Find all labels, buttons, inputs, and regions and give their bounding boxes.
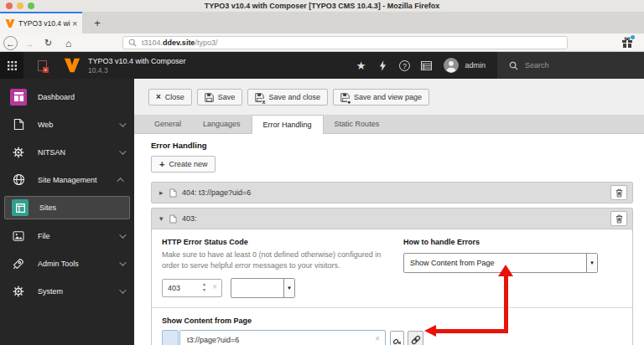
delete-403-button[interactable] — [610, 211, 627, 226]
save-icon — [205, 93, 214, 102]
tab-static-routes[interactable]: Static Routes — [324, 115, 391, 133]
topbar-search[interactable] — [497, 52, 644, 79]
field-help-text: Make sure to have at least 0 (not define… — [162, 250, 398, 271]
search-input[interactable] — [525, 61, 626, 70]
chevron-down-icon — [119, 231, 126, 238]
caret-right-icon[interactable]: ▸ — [159, 188, 169, 197]
eye-badge: ● — [347, 99, 351, 105]
document-icon — [10, 116, 27, 133]
sidebar-item-label: Admin Tools — [38, 260, 79, 268]
clear-field-icon[interactable]: × — [375, 334, 380, 343]
sidebar-item-dashboard[interactable]: Dashboard — [0, 83, 134, 111]
save-and-view-page-button[interactable]: ● Save and view page — [333, 89, 429, 106]
link-input[interactable] — [179, 330, 386, 345]
tab-error-handling[interactable]: Error Handling — [252, 115, 324, 134]
button-label: Create new — [169, 160, 207, 168]
sidebar-item-system[interactable]: System — [0, 277, 134, 305]
extension-badge — [631, 35, 635, 39]
forward-icon[interactable]: → — [23, 36, 37, 50]
sidebar-item-admin-tools[interactable]: Admin Tools — [0, 250, 134, 277]
button-label: Save and view page — [354, 93, 422, 101]
form-content: Error Handling + Create new ▸ 404: t3://… — [134, 134, 644, 345]
field-label: HTTP Error Status Code — [162, 238, 403, 246]
image-icon — [10, 228, 27, 245]
link-browser-button[interactable] — [408, 331, 423, 345]
module-menu-toggle-button[interactable] — [0, 52, 23, 79]
handle-errors-select[interactable]: Show Content from Page ▾ — [403, 253, 598, 273]
page-icon — [169, 214, 177, 224]
window-titlebar: TYPO3 v10.4 with Composer [TYPO3 CMS 10.… — [0, 0, 644, 12]
save-and-close-button[interactable]: x Save and close — [247, 89, 328, 106]
panel-header-403[interactable]: ▾ 403: — [152, 209, 632, 229]
tab-close-icon[interactable]: × — [72, 19, 77, 28]
extension-gift-icon[interactable] — [621, 37, 634, 49]
help-icon[interactable]: ? — [393, 60, 415, 71]
avatar — [444, 58, 459, 73]
delete-404-button[interactable] — [610, 185, 627, 200]
sidebar-item-file[interactable]: File — [0, 222, 134, 250]
sidebar-item-sites[interactable]: Sites — [4, 196, 130, 219]
back-icon[interactable]: ← — [3, 36, 18, 50]
status-code-select[interactable]: ▾ — [231, 278, 295, 298]
sidebar-item-label: System — [38, 287, 63, 296]
select-arrow-icon: ▾ — [283, 279, 294, 297]
tab-title: TYPO3 v10.4 with Composer — [18, 19, 70, 28]
grid-icon — [8, 61, 17, 70]
chevron-up-icon — [117, 178, 123, 184]
spinner-down-icon[interactable]: ▾ — [203, 287, 205, 293]
new-tab-button[interactable]: + — [87, 13, 107, 33]
site-name: TYPO3 v10.4 with Composer — [88, 57, 186, 65]
bookmark-star-icon[interactable]: ★ — [350, 59, 371, 72]
sidebar-item-label: Dashboard — [38, 93, 75, 101]
typo3-topbar: x TYPO3 v10.4 with Composer 10.4.3 ★ ? a… — [0, 52, 644, 79]
browser-tab[interactable]: TYPO3 v10.4 with Composer × — [0, 12, 82, 33]
unlink-icon — [392, 336, 402, 345]
http-error-status-field: HTTP Error Status Code Make sure to have… — [162, 238, 403, 298]
trash-icon — [615, 214, 623, 224]
home-icon[interactable]: ⌂ — [61, 36, 75, 50]
error-panel-404: ▸ 404: t3://page?uid=6 — [151, 182, 633, 203]
sidebar-item-label: Web — [38, 121, 53, 129]
sidebar-item-label: File — [38, 232, 50, 240]
link-icon — [411, 335, 421, 345]
save-button[interactable]: Save — [197, 89, 243, 106]
list-module-icon[interactable] — [415, 61, 437, 70]
sidebar-item-site-management[interactable]: Site Management — [0, 166, 134, 193]
close-icon: × — [156, 93, 161, 101]
url-path: /typo3/ — [195, 39, 217, 47]
url-bar[interactable]: t3104.ddev.site/typo3/ — [122, 36, 568, 49]
sidebar-item-label: NITSAN — [38, 148, 65, 157]
url-subdomain: t3104. — [142, 39, 163, 47]
sidebar-item-nitsan[interactable]: NITSAN — [0, 138, 134, 166]
link-indicator — [162, 330, 179, 345]
caret-down-icon[interactable]: ▾ — [159, 214, 169, 223]
gear-icon — [10, 144, 27, 161]
create-new-button[interactable]: + Create new — [151, 156, 216, 172]
spinner-up-icon[interactable]: ▴ — [203, 281, 205, 287]
chevron-down-icon — [119, 259, 126, 265]
clear-field-icon[interactable]: × — [212, 282, 217, 292]
sidebar-item-web[interactable]: Web — [0, 111, 134, 138]
status-code-input-wrap: ▴▾ × — [162, 279, 222, 297]
unlink-button[interactable] — [390, 331, 404, 345]
typo3-site-title: TYPO3 v10.4 with Composer 10.4.3 — [88, 57, 186, 75]
button-label: Save and close — [268, 93, 320, 101]
dashboard-icon — [10, 89, 27, 106]
number-spinner[interactable]: ▴▾ — [203, 281, 205, 293]
section-heading: Error Handling — [151, 141, 633, 150]
panel-body-403: HTTP Error Status Code Make sure to have… — [152, 229, 632, 345]
show-content-field: Show Content from Page × — [162, 308, 622, 345]
panel-header-404[interactable]: ▸ 404: t3://page?uid=6 — [152, 183, 632, 203]
button-label: Close — [165, 93, 184, 101]
tab-general[interactable]: General — [143, 115, 192, 133]
reload-icon[interactable]: ↻ — [41, 36, 55, 50]
panel-title: 404: t3://page?uid=6 — [182, 188, 251, 197]
url-domain: ddev.site — [163, 39, 195, 47]
close-button[interactable]: × Close — [148, 89, 192, 106]
docheader: × Close Save x Save and close ● Save and… — [134, 79, 644, 115]
clear-cache-bolt-icon[interactable] — [371, 60, 393, 71]
select-arrow-icon: ▾ — [586, 254, 597, 272]
tab-languages[interactable]: Languages — [192, 115, 252, 133]
field-label: How to handle Errors — [403, 238, 605, 246]
user-menu[interactable]: admin — [444, 58, 486, 73]
